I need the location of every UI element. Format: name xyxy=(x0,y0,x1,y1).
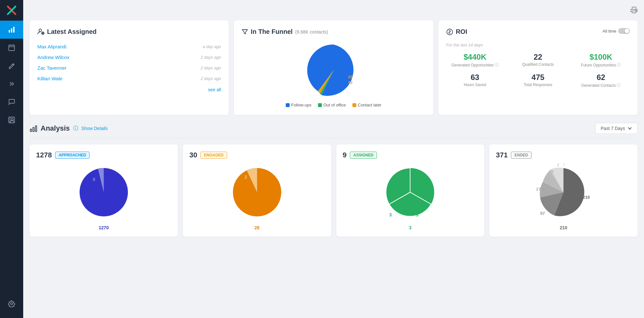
cards-row: Latest Assigned Max Aliprandi a day ago … xyxy=(30,20,638,115)
sidebar-item-expand[interactable] xyxy=(0,75,23,93)
roi-cell-hours: 63 Hours Saved xyxy=(446,73,504,88)
roi-cell-future-opp: $100K Future Opportunities ⓘ xyxy=(572,53,630,68)
chat-icon xyxy=(8,98,15,105)
roi-cell-gen-contacts: 62 Generated Contacts ⓘ xyxy=(572,73,630,88)
sidebar xyxy=(0,0,23,318)
assigned-name-1[interactable]: Max Aliprandi xyxy=(37,44,66,49)
roi-value-qualified: 22 xyxy=(509,53,567,62)
contacts-icon xyxy=(8,116,15,124)
sidebar-item-calendar[interactable] xyxy=(0,39,23,57)
sidebar-item-settings[interactable] xyxy=(0,295,23,313)
legend-followups-label: Follow-ups xyxy=(291,103,312,107)
svg-rect-5 xyxy=(9,45,14,51)
funnel-chart: 9609 28 42 xyxy=(242,41,425,99)
legend-followups-dot xyxy=(286,103,290,107)
svg-text:2: 2 xyxy=(245,174,247,180)
roi-alltime: All time xyxy=(602,28,630,34)
latest-assigned-heading: Latest Assigned xyxy=(47,28,97,35)
latest-assigned-title: Latest Assigned xyxy=(37,28,221,35)
svg-rect-3 xyxy=(11,28,12,33)
svg-text:42: 42 xyxy=(348,80,352,85)
svg-text:3: 3 xyxy=(389,212,392,217)
svg-text:1: 1 xyxy=(563,163,565,167)
sidebar-logo xyxy=(0,0,23,21)
roi-label-hours: Hours Saved xyxy=(446,83,504,87)
ended-pie: 210 57 27 18 2 1 xyxy=(528,163,599,221)
chart-ended: 371 ENDED 210 57 xyxy=(489,144,638,237)
analysis-header: Analysis ⓘ Show Details Past 7 Days xyxy=(30,123,638,138)
assigned-name-4[interactable]: Killian Wale xyxy=(37,76,62,81)
info-circle-2[interactable]: ⓘ xyxy=(617,62,621,68)
info-circle-3[interactable]: ⓘ xyxy=(617,83,620,88)
assigned-list: Max Aliprandi a day ago Andrew Wilcox 2 … xyxy=(37,41,221,84)
svg-rect-26 xyxy=(33,127,34,132)
roi-alltime-label: All time xyxy=(602,29,616,34)
analysis-heading: Analysis xyxy=(41,124,70,133)
approached-badge: APPROACHED xyxy=(55,152,90,159)
svg-text:57: 57 xyxy=(540,211,545,216)
roi-label-gen-contacts: Generated Contacts ⓘ xyxy=(572,83,630,88)
roi-subtitle: For the last 14 days xyxy=(446,43,630,47)
assigned-icon xyxy=(37,28,44,35)
svg-text:28: 28 xyxy=(348,75,352,79)
roi-label-future-opp: Future Opportunities ⓘ xyxy=(572,62,630,68)
roi-label-qualified: Qualified Contacts xyxy=(509,62,567,67)
funnel-heading: In The Funnel xyxy=(251,28,293,35)
assigned-item: Andrew Wilcox 2 days ago xyxy=(37,52,221,63)
engaged-count: 30 xyxy=(189,151,197,159)
assigned-name-2[interactable]: Andrew Wilcox xyxy=(37,55,69,60)
settings-icon xyxy=(8,300,15,307)
chevron-down-icon xyxy=(628,126,632,131)
roi-toggle[interactable] xyxy=(618,28,630,34)
ended-bottom: 210 xyxy=(496,225,631,230)
sidebar-item-chat[interactable] xyxy=(0,93,23,111)
sidebar-item-edit[interactable] xyxy=(0,57,23,75)
roi-value-gen-contacts: 62 xyxy=(572,73,630,82)
assigned-count: 9 xyxy=(343,151,347,159)
app-logo-icon xyxy=(5,4,18,17)
engaged-bottom: 28 xyxy=(189,225,325,230)
chart-approached: 1278 APPROACHED 8 1270 xyxy=(30,144,178,237)
sidebar-nav xyxy=(0,21,23,129)
assigned-time-2: 2 days ago xyxy=(201,55,221,60)
roi-label-gen-opp: Generated Opportunities ⓘ xyxy=(446,62,504,68)
approached-bottom: 1270 xyxy=(36,225,171,230)
roi-value-hours: 63 xyxy=(446,73,504,82)
edit-icon xyxy=(8,62,15,69)
roi-value-responses: 475 xyxy=(509,73,567,82)
funnel-icon xyxy=(242,29,248,35)
approached-pie: 8 xyxy=(75,163,133,221)
assigned-item: Killian Wale 2 days ago xyxy=(37,73,221,84)
show-details-link[interactable]: Show Details xyxy=(82,126,108,131)
analysis-title: Analysis xyxy=(30,124,70,133)
roi-value-gen-opp: $440K xyxy=(446,53,504,62)
period-select[interactable]: Past 7 Days xyxy=(595,123,638,134)
calendar-icon xyxy=(8,44,15,51)
svg-rect-15 xyxy=(632,11,636,13)
ended-badge: ENDED xyxy=(511,152,532,159)
roi-cell-qualified: 22 Qualified Contacts xyxy=(509,53,567,68)
svg-rect-4 xyxy=(13,27,14,33)
info-circle-1[interactable]: ⓘ xyxy=(495,62,499,68)
svg-text:3: 3 xyxy=(428,186,430,192)
analysis-info-icon[interactable]: ⓘ xyxy=(73,125,78,132)
assigned-time-4: 2 days ago xyxy=(201,76,221,81)
roi-title: ROI xyxy=(446,28,467,35)
legend-followups: Follow-ups xyxy=(286,103,312,107)
legend-outofoffice-dot xyxy=(318,103,322,107)
svg-text:8: 8 xyxy=(93,177,95,182)
sidebar-item-dashboard[interactable] xyxy=(0,21,23,39)
svg-text:3: 3 xyxy=(416,212,418,217)
engaged-pie: 2 xyxy=(228,163,286,221)
sidebar-item-contacts[interactable] xyxy=(0,111,23,129)
analysis-title-group: Analysis ⓘ Show Details xyxy=(30,124,108,133)
funnel-legend: Follow-ups Out of office Contact later xyxy=(242,103,425,107)
funnel-pie-chart: 9609 28 42 xyxy=(298,41,369,99)
latest-assigned-card: Latest Assigned Max Aliprandi a day ago … xyxy=(30,20,229,115)
top-bar xyxy=(30,6,638,15)
assigned-item: Zac Tavenner 2 days ago xyxy=(37,63,221,73)
print-icon[interactable] xyxy=(630,6,638,15)
assigned-name-3[interactable]: Zac Tavenner xyxy=(37,65,67,71)
chart-ended-header: 371 ENDED xyxy=(496,151,631,159)
see-all-link[interactable]: see all xyxy=(37,87,221,92)
